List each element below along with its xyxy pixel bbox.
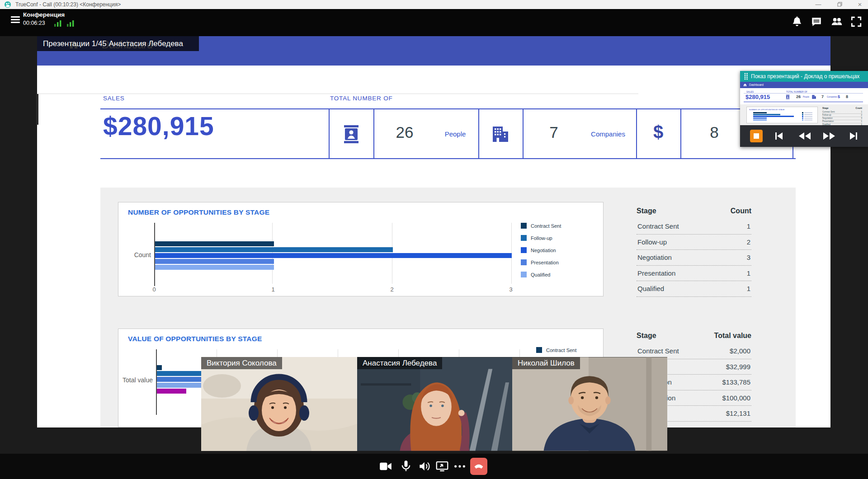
participant-video-feed (201, 357, 357, 451)
chart-x-tick: 2 (387, 286, 397, 293)
mini-legend-label (804, 118, 812, 118)
minimize-button[interactable]: — (812, 0, 825, 9)
participants-icon[interactable] (831, 16, 843, 28)
mini-table-cell: Presentation (822, 120, 834, 123)
table-cell: 2 (747, 235, 750, 250)
app-window: TrueConf - Call (00:10:23) <Конференция>… (0, 0, 868, 479)
screen-share-icon[interactable] (436, 460, 448, 473)
legend-item: Follow-up (521, 235, 552, 241)
mini-people-label: People (803, 96, 809, 98)
chart-x-tick: 1 (268, 286, 278, 293)
table-cell: $2,000 (730, 343, 750, 359)
table-cell: $12,131 (726, 406, 750, 421)
mini-companies-label: Companies (827, 96, 837, 98)
table-cell: Presentation (637, 266, 675, 281)
building-icon (491, 124, 510, 144)
chat-icon[interactable] (811, 16, 822, 28)
mini-table-cell: Negotiation (822, 117, 833, 120)
table-cell: Qualified (637, 281, 664, 296)
trueconf-logo-icon (5, 1, 11, 8)
chart-title: VALUE OF OPPORTUNITIES BY STAGE (128, 335, 262, 343)
divider (744, 102, 863, 102)
legend-item: Qualified (521, 272, 550, 277)
menu-icon[interactable] (11, 16, 20, 24)
more-options-icon[interactable] (453, 460, 466, 473)
participant-name: Анастасия Лебедева (357, 357, 442, 369)
mini-chart-bar (753, 112, 767, 113)
legend-swatch (536, 347, 542, 353)
mini-table-header-cell: Stage (822, 107, 829, 111)
legend-item: Negotiation (521, 247, 556, 253)
mini-legend-swatch (802, 117, 803, 119)
hangup-button[interactable] (470, 458, 487, 475)
table-header: Stage (637, 329, 656, 343)
table-cell: 1 (747, 219, 750, 234)
video-tile-anastasia[interactable]: Анастасия Лебедева (357, 357, 512, 451)
legend-label: Presentation (531, 260, 559, 265)
signal-quality-icon (54, 20, 62, 27)
legend-swatch (521, 247, 527, 253)
mini-contact-card-icon (785, 94, 790, 99)
stop-presentation-button[interactable] (750, 130, 763, 142)
panel-title: Показ презентаций - Доклад о пришельцах (751, 73, 859, 80)
table-cell: $32,999 (726, 359, 750, 375)
microphone-toggle-icon[interactable] (400, 460, 412, 473)
fast-forward-icon[interactable] (823, 132, 835, 140)
call-timer: 00:06:23 (23, 20, 45, 26)
video-tile-nikolay[interactable]: Николай Шилов (512, 357, 667, 451)
skip-next-icon[interactable] (849, 132, 858, 140)
companies-count: 7 (549, 123, 558, 141)
mini-table-cell: 2 (861, 114, 862, 117)
chart-bar (157, 365, 162, 370)
conference-title: Конференция (23, 11, 65, 18)
mini-people-count: 26 (796, 94, 801, 99)
mini-table-header-cell: Count (856, 107, 862, 111)
restore-button[interactable] (833, 0, 846, 9)
table-header-row: StageCount (637, 204, 751, 219)
chart-bar (155, 241, 274, 246)
notifications-bell-icon[interactable] (791, 16, 803, 28)
legend-swatch (521, 272, 527, 277)
mini-legend-label (804, 116, 812, 117)
participant-video-feed (357, 357, 512, 451)
deals-count: 8 (710, 123, 718, 141)
chart-bar (155, 259, 274, 264)
rewind-icon[interactable] (798, 132, 811, 140)
mini-chart-bar (753, 119, 767, 121)
table-cell: Follow-up (637, 235, 667, 250)
video-tile-viktoria[interactable]: Виктория Соколова (201, 357, 357, 451)
legend-item: Presentation (521, 259, 559, 265)
legend-label: Qualified (531, 272, 550, 277)
camera-toggle-icon[interactable] (379, 460, 392, 473)
participant-name: Николай Шилов (512, 357, 580, 369)
fullscreen-icon[interactable] (850, 16, 862, 28)
divider (680, 108, 681, 159)
mini-legend-label (804, 113, 812, 113)
people-label: People (445, 130, 466, 138)
mini-deals-count: 8 (846, 94, 848, 99)
drag-grip-icon[interactable] (744, 73, 748, 80)
mini-sales-value: $280,915 (745, 94, 770, 100)
stage-count-table: StageCountContract Sent1Follow-up2Negoti… (637, 204, 751, 297)
chart-bar (155, 247, 393, 252)
table-cell: 1 (747, 281, 750, 296)
divider (373, 108, 374, 159)
skip-previous-icon[interactable] (774, 132, 783, 140)
mini-nav-title: Dashboard (749, 83, 764, 86)
speaker-volume-icon[interactable] (419, 460, 431, 473)
mini-companies-count: 7 (821, 94, 824, 99)
legend-label: Follow-up (531, 235, 552, 241)
mini-building-icon (811, 94, 816, 99)
mini-legend-label (804, 114, 812, 115)
table-row: Contract Sent1 (637, 219, 751, 235)
divider (744, 93, 863, 94)
table-cell: $133,785 (722, 375, 750, 390)
divider (636, 108, 637, 159)
call-control-bar (0, 454, 868, 479)
chart-bar (155, 253, 512, 258)
mini-appbar: Dashboard (740, 82, 868, 88)
mini-legend-swatch (802, 119, 803, 121)
legend-swatch (521, 223, 527, 229)
close-button[interactable]: × (854, 0, 866, 9)
panel-header[interactable]: Показ презентаций - Доклад о пришельцах (740, 71, 868, 82)
